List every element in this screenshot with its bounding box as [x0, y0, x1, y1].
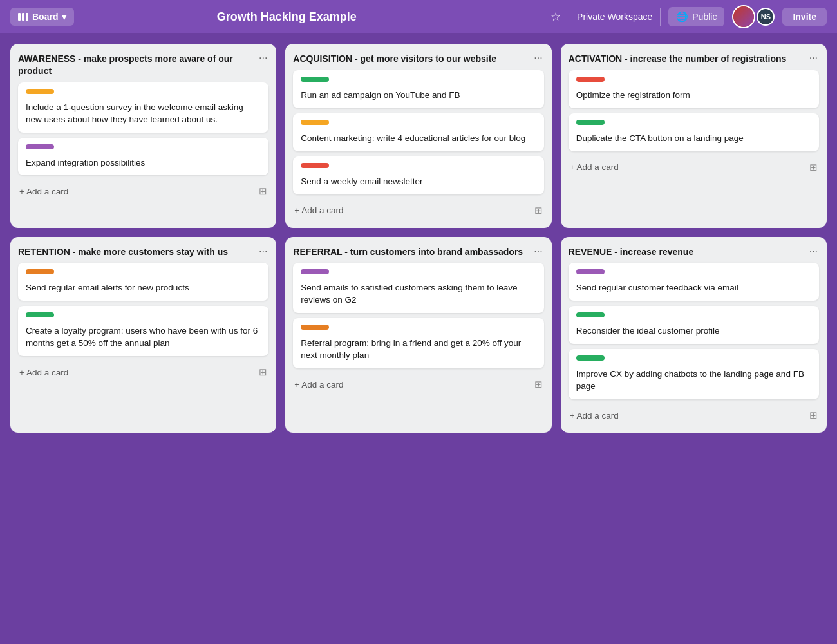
card-activation-1[interactable]: Duplicate the CTA button on a landing pa…	[569, 113, 819, 151]
column-title-retention: RETENTION - make more customers stay wit…	[18, 246, 258, 258]
public-label: Public	[692, 12, 717, 22]
add-card-button-retention[interactable]: + Add a card	[19, 368, 68, 377]
add-card-button-referral[interactable]: + Add a card	[294, 380, 343, 390]
card-referral-1[interactable]: Referral program: bring in a friend and …	[293, 318, 543, 368]
column-header-retention: RETENTION - make more customers stay wit…	[18, 246, 268, 258]
card-text-revenue-2: Improve CX by adding chatbots to the lan…	[576, 368, 811, 393]
card-label-green	[576, 120, 605, 125]
column-menu-button-retention[interactable]: ···	[258, 246, 268, 256]
public-button[interactable]: 🌐 Public	[668, 7, 724, 26]
add-card-button-activation[interactable]: + Add a card	[570, 162, 619, 172]
column-title-revenue: REVENUE - increase revenue	[569, 246, 808, 258]
card-awareness-0[interactable]: Include a 1-question survey in the welco…	[18, 82, 268, 133]
card-text-activation-0: Optimize the registration form	[576, 90, 811, 102]
page-title: Growth Hacking Example	[30, 10, 543, 24]
card-acquisition-1[interactable]: Content marketing: write 4 educational a…	[293, 113, 543, 151]
card-text-retention-0: Send regular email alerts for new produc…	[26, 282, 261, 294]
column-acquisition: ACQUISITION - get more visitors to our w…	[285, 44, 551, 228]
avatar[interactable]	[732, 5, 755, 28]
card-label-orange	[301, 325, 329, 330]
card-text-referral-0: Send emails to satisfied customers askin…	[301, 282, 536, 307]
column-title-awareness: AWARENESS - make prospects more aware of…	[18, 53, 258, 77]
card-text-revenue-1: Reconsider the ideal customer profile	[576, 325, 811, 337]
column-header-revenue: REVENUE - increase revenue···	[569, 246, 819, 258]
card-revenue-2[interactable]: Improve CX by adding chatbots to the lan…	[569, 349, 819, 399]
add-card-row-activation: + Add a card⊞	[569, 159, 819, 176]
add-card-button-revenue[interactable]: + Add a card	[570, 411, 619, 421]
header: Board ▾ Growth Hacking Example ☆ Private…	[0, 0, 837, 33]
card-text-revenue-0: Send regular customer feedback via email	[576, 282, 811, 294]
column-revenue: REVENUE - increase revenue···Send regula…	[561, 237, 827, 433]
column-title-referral: REFERRAL - turn customers into brand amb…	[293, 246, 532, 258]
card-label-green	[576, 312, 605, 317]
card-text-acquisition-2: Send a weekly email newsletter	[301, 176, 536, 188]
card-text-retention-1: Create a loyalty program: users who have…	[26, 325, 261, 350]
card-label-yellow	[26, 89, 54, 94]
star-button[interactable]: ☆	[550, 10, 561, 24]
column-menu-button-referral[interactable]: ···	[532, 246, 543, 256]
template-icon-revenue[interactable]: ⊞	[809, 410, 818, 421]
add-card-row-revenue: + Add a card⊞	[569, 407, 819, 424]
card-label-green	[26, 312, 54, 317]
card-label-red	[576, 77, 605, 82]
template-icon-awareness[interactable]: ⊞	[259, 185, 267, 197]
avatar-image	[733, 6, 754, 27]
column-menu-button-awareness[interactable]: ···	[258, 53, 268, 63]
template-icon-retention[interactable]: ⊞	[259, 366, 267, 378]
column-header-activation: ACTIVATION - increase the number of regi…	[569, 53, 819, 65]
card-text-activation-1: Duplicate the CTA button on a landing pa…	[576, 133, 811, 145]
card-retention-1[interactable]: Create a loyalty program: users who have…	[18, 306, 268, 356]
column-menu-button-acquisition[interactable]: ···	[532, 53, 543, 63]
card-text-awareness-1: Expand integration possibilities	[26, 157, 261, 169]
card-text-acquisition-1: Content marketing: write 4 educational a…	[301, 133, 536, 145]
avatar-initials: NS	[757, 8, 775, 26]
template-icon-acquisition[interactable]: ⊞	[534, 205, 543, 216]
card-acquisition-2[interactable]: Send a weekly email newsletter	[293, 156, 543, 194]
globe-icon: 🌐	[676, 11, 688, 23]
column-title-acquisition: ACQUISITION - get more visitors to our w…	[293, 53, 532, 65]
card-text-referral-1: Referral program: bring in a friend and …	[301, 337, 536, 362]
column-retention: RETENTION - make more customers stay wit…	[10, 237, 276, 433]
card-referral-0[interactable]: Send emails to satisfied customers askin…	[293, 263, 543, 313]
card-activation-0[interactable]: Optimize the registration form	[569, 70, 819, 108]
column-referral: REFERRAL - turn customers into brand amb…	[285, 237, 551, 433]
card-label-green	[576, 355, 605, 361]
header-divider-2	[660, 8, 661, 26]
invite-button[interactable]: Invite	[782, 8, 827, 26]
card-label-green	[301, 77, 329, 82]
card-retention-0[interactable]: Send regular email alerts for new produc…	[18, 263, 268, 301]
column-awareness: AWARENESS - make prospects more aware of…	[10, 44, 276, 228]
column-menu-button-activation[interactable]: ···	[808, 53, 819, 63]
card-label-orange	[26, 269, 54, 274]
board: AWARENESS - make prospects more aware of…	[0, 33, 837, 443]
workspace-label: Private Workspace	[577, 12, 652, 22]
column-menu-button-revenue[interactable]: ···	[808, 246, 819, 256]
card-acquisition-0[interactable]: Run an ad campaign on YouTube and FB	[293, 70, 543, 108]
add-card-row-awareness: + Add a card⊞	[18, 183, 268, 200]
column-title-activation: ACTIVATION - increase the number of regi…	[569, 53, 808, 65]
card-label-purple	[301, 269, 329, 274]
board-icon	[18, 13, 28, 21]
card-label-purple	[26, 144, 54, 149]
card-revenue-0[interactable]: Send regular customer feedback via email	[569, 263, 819, 301]
column-header-awareness: AWARENESS - make prospects more aware of…	[18, 53, 268, 77]
add-card-button-awareness[interactable]: + Add a card	[19, 187, 68, 196]
column-header-referral: REFERRAL - turn customers into brand amb…	[293, 246, 543, 258]
header-divider	[569, 8, 569, 26]
card-awareness-1[interactable]: Expand integration possibilities	[18, 138, 268, 176]
template-icon-activation[interactable]: ⊞	[809, 162, 818, 173]
template-icon-referral[interactable]: ⊞	[534, 379, 543, 390]
card-label-red	[301, 163, 329, 168]
add-card-row-retention: + Add a card⊞	[18, 364, 268, 381]
card-text-acquisition-0: Run an ad campaign on YouTube and FB	[301, 90, 536, 102]
card-revenue-1[interactable]: Reconsider the ideal customer profile	[569, 306, 819, 344]
column-activation: ACTIVATION - increase the number of regi…	[561, 44, 827, 228]
add-card-button-acquisition[interactable]: + Add a card	[294, 205, 343, 215]
card-label-purple	[576, 269, 605, 274]
add-card-row-acquisition: + Add a card⊞	[293, 202, 543, 219]
card-label-yellow	[301, 120, 329, 125]
column-header-acquisition: ACQUISITION - get more visitors to our w…	[293, 53, 543, 65]
add-card-row-referral: + Add a card⊞	[293, 376, 543, 393]
card-text-awareness-0: Include a 1-question survey in the welco…	[26, 102, 261, 126]
